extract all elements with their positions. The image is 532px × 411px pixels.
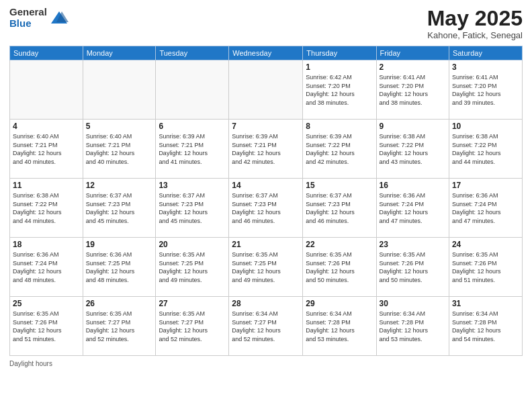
day-number: 20	[159, 240, 226, 249]
day-header-friday: Friday	[376, 46, 449, 60]
page: General Blue May 2025 Kahone, Fatick, Se…	[0, 0, 532, 411]
subtitle: Kahone, Fatick, Senegal	[427, 30, 523, 40]
calendar-cell: 29Sunrise: 6:34 AM Sunset: 7:28 PM Dayli…	[303, 297, 376, 356]
calendar-cell: 25Sunrise: 6:35 AM Sunset: 7:26 PM Dayli…	[10, 297, 83, 356]
day-number: 9	[380, 122, 446, 131]
day-number: 12	[86, 181, 153, 190]
month-title: May 2025	[427, 7, 523, 30]
day-info: Sunrise: 6:37 AM Sunset: 7:23 PM Dayligh…	[232, 191, 300, 225]
day-info: Sunrise: 6:36 AM Sunset: 7:25 PM Dayligh…	[86, 250, 153, 284]
header: General Blue May 2025 Kahone, Fatick, Se…	[9, 7, 523, 40]
calendar-cell: 8Sunrise: 6:39 AM Sunset: 7:22 PM Daylig…	[303, 120, 376, 179]
day-info: Sunrise: 6:35 AM Sunset: 7:26 PM Dayligh…	[380, 250, 446, 284]
calendar-cell: 18Sunrise: 6:36 AM Sunset: 7:24 PM Dayli…	[10, 238, 83, 297]
day-info: Sunrise: 6:41 AM Sunset: 7:20 PM Dayligh…	[452, 73, 519, 107]
calendar-week-row: 11Sunrise: 6:38 AM Sunset: 7:22 PM Dayli…	[10, 179, 523, 238]
day-number: 6	[159, 122, 226, 131]
day-number: 3	[452, 62, 519, 72]
day-number: 30	[380, 299, 446, 308]
day-number: 19	[86, 240, 153, 249]
calendar-cell: 28Sunrise: 6:34 AM Sunset: 7:27 PM Dayli…	[229, 297, 303, 356]
day-info: Sunrise: 6:35 AM Sunset: 7:26 PM Dayligh…	[306, 250, 373, 284]
day-number: 8	[306, 122, 373, 131]
calendar-cell: 12Sunrise: 6:37 AM Sunset: 7:23 PM Dayli…	[83, 179, 156, 238]
day-info: Sunrise: 6:34 AM Sunset: 7:28 PM Dayligh…	[306, 310, 373, 343]
logo-icon	[50, 9, 69, 28]
calendar-cell: 22Sunrise: 6:35 AM Sunset: 7:26 PM Dayli…	[303, 238, 376, 297]
calendar-cell: 1Sunrise: 6:42 AM Sunset: 7:20 PM Daylig…	[303, 60, 376, 120]
day-info: Sunrise: 6:38 AM Sunset: 7:22 PM Dayligh…	[452, 132, 519, 166]
day-number: 10	[452, 122, 519, 131]
day-info: Sunrise: 6:39 AM Sunset: 7:22 PM Dayligh…	[306, 132, 373, 166]
title-area: May 2025 Kahone, Fatick, Senegal	[427, 7, 523, 40]
day-info: Sunrise: 6:34 AM Sunset: 7:28 PM Dayligh…	[452, 310, 519, 343]
calendar-cell: 13Sunrise: 6:37 AM Sunset: 7:23 PM Dayli…	[156, 179, 229, 238]
day-number: 26	[86, 299, 153, 308]
calendar-cell: 5Sunrise: 6:40 AM Sunset: 7:21 PM Daylig…	[83, 120, 156, 179]
calendar-week-row: 25Sunrise: 6:35 AM Sunset: 7:26 PM Dayli…	[10, 297, 523, 356]
day-number: 1	[306, 62, 373, 72]
calendar-cell: 4Sunrise: 6:40 AM Sunset: 7:21 PM Daylig…	[10, 120, 83, 179]
calendar-cell: 20Sunrise: 6:35 AM Sunset: 7:25 PM Dayli…	[156, 238, 229, 297]
calendar-cell: 6Sunrise: 6:39 AM Sunset: 7:21 PM Daylig…	[156, 120, 229, 179]
calendar-cell: 11Sunrise: 6:38 AM Sunset: 7:22 PM Dayli…	[10, 179, 83, 238]
day-info: Sunrise: 6:36 AM Sunset: 7:24 PM Dayligh…	[452, 191, 519, 225]
logo: General Blue	[9, 7, 69, 29]
logo-blue: Blue	[9, 18, 47, 30]
day-info: Sunrise: 6:37 AM Sunset: 7:23 PM Dayligh…	[159, 191, 226, 225]
day-info: Sunrise: 6:35 AM Sunset: 7:25 PM Dayligh…	[232, 250, 300, 284]
calendar-cell: 21Sunrise: 6:35 AM Sunset: 7:25 PM Dayli…	[229, 238, 303, 297]
calendar-cell: 26Sunrise: 6:35 AM Sunset: 7:27 PM Dayli…	[83, 297, 156, 356]
day-number: 15	[306, 181, 373, 190]
calendar-cell: 3Sunrise: 6:41 AM Sunset: 7:20 PM Daylig…	[449, 60, 522, 120]
day-info: Sunrise: 6:36 AM Sunset: 7:24 PM Dayligh…	[13, 250, 80, 284]
logo-general: General	[9, 7, 47, 18]
calendar-cell: 24Sunrise: 6:35 AM Sunset: 7:26 PM Dayli…	[449, 238, 522, 297]
calendar-cell: 17Sunrise: 6:36 AM Sunset: 7:24 PM Dayli…	[449, 179, 522, 238]
day-info: Sunrise: 6:36 AM Sunset: 7:24 PM Dayligh…	[380, 191, 446, 225]
day-header-thursday: Thursday	[303, 46, 376, 60]
calendar-header-row: SundayMondayTuesdayWednesdayThursdayFrid…	[10, 46, 523, 60]
day-number: 22	[306, 240, 373, 249]
calendar-cell: 23Sunrise: 6:35 AM Sunset: 7:26 PM Dayli…	[376, 238, 449, 297]
day-number: 5	[86, 122, 153, 131]
calendar-cell	[10, 60, 83, 120]
calendar-cell: 31Sunrise: 6:34 AM Sunset: 7:28 PM Dayli…	[449, 297, 522, 356]
day-header-saturday: Saturday	[449, 46, 522, 60]
day-header-wednesday: Wednesday	[229, 46, 303, 60]
calendar-cell: 7Sunrise: 6:39 AM Sunset: 7:21 PM Daylig…	[229, 120, 303, 179]
calendar-week-row: 1Sunrise: 6:42 AM Sunset: 7:20 PM Daylig…	[10, 60, 523, 120]
daylight-hours-label: Daylight hours	[9, 360, 52, 367]
calendar-cell	[83, 60, 156, 120]
calendar-cell: 14Sunrise: 6:37 AM Sunset: 7:23 PM Dayli…	[229, 179, 303, 238]
day-number: 2	[380, 62, 446, 72]
day-info: Sunrise: 6:37 AM Sunset: 7:23 PM Dayligh…	[306, 191, 373, 225]
calendar-week-row: 4Sunrise: 6:40 AM Sunset: 7:21 PM Daylig…	[10, 120, 523, 179]
calendar-cell: 27Sunrise: 6:35 AM Sunset: 7:27 PM Dayli…	[156, 297, 229, 356]
day-number: 14	[232, 181, 300, 190]
day-number: 24	[452, 240, 519, 249]
calendar-cell: 15Sunrise: 6:37 AM Sunset: 7:23 PM Dayli…	[303, 179, 376, 238]
day-info: Sunrise: 6:37 AM Sunset: 7:23 PM Dayligh…	[86, 191, 153, 225]
calendar-cell: 2Sunrise: 6:41 AM Sunset: 7:20 PM Daylig…	[376, 60, 449, 120]
day-info: Sunrise: 6:40 AM Sunset: 7:21 PM Dayligh…	[13, 132, 80, 166]
day-info: Sunrise: 6:34 AM Sunset: 7:27 PM Dayligh…	[232, 310, 300, 343]
day-number: 29	[306, 299, 373, 308]
day-header-sunday: Sunday	[10, 46, 83, 60]
day-number: 7	[232, 122, 300, 131]
day-header-tuesday: Tuesday	[156, 46, 229, 60]
calendar-cell: 30Sunrise: 6:34 AM Sunset: 7:28 PM Dayli…	[376, 297, 449, 356]
calendar-cell	[229, 60, 303, 120]
calendar-cell	[156, 60, 229, 120]
day-info: Sunrise: 6:39 AM Sunset: 7:21 PM Dayligh…	[159, 132, 226, 166]
day-number: 11	[13, 181, 80, 190]
day-number: 13	[159, 181, 226, 190]
day-info: Sunrise: 6:38 AM Sunset: 7:22 PM Dayligh…	[380, 132, 446, 166]
day-number: 21	[232, 240, 300, 249]
day-number: 17	[452, 181, 519, 190]
day-number: 27	[159, 299, 226, 308]
logo-text: General Blue	[9, 7, 47, 29]
day-info: Sunrise: 6:39 AM Sunset: 7:21 PM Dayligh…	[232, 132, 300, 166]
day-number: 31	[452, 299, 519, 308]
day-info: Sunrise: 6:35 AM Sunset: 7:26 PM Dayligh…	[13, 310, 80, 343]
